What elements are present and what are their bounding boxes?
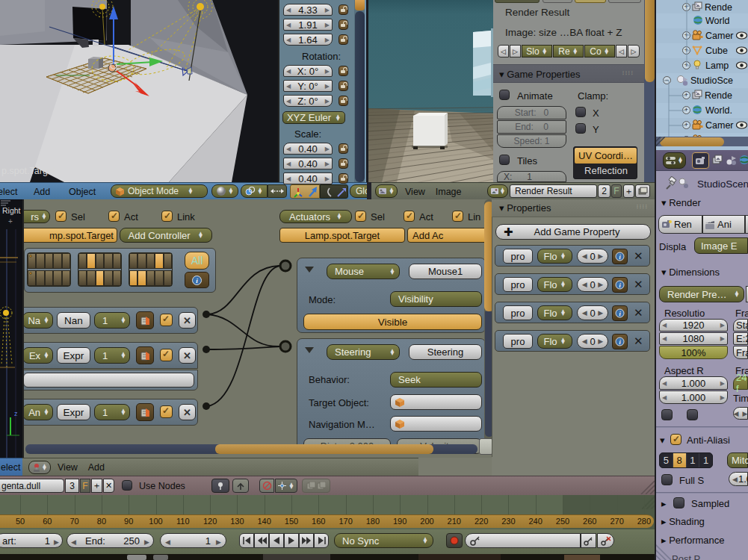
svg-text:z: z [14, 410, 18, 417]
svg-text:+: + [8, 217, 13, 225]
svg-text:p.spot.Target: p.spot.Target [1, 166, 56, 176]
svg-text:Right: Right [2, 206, 21, 215]
